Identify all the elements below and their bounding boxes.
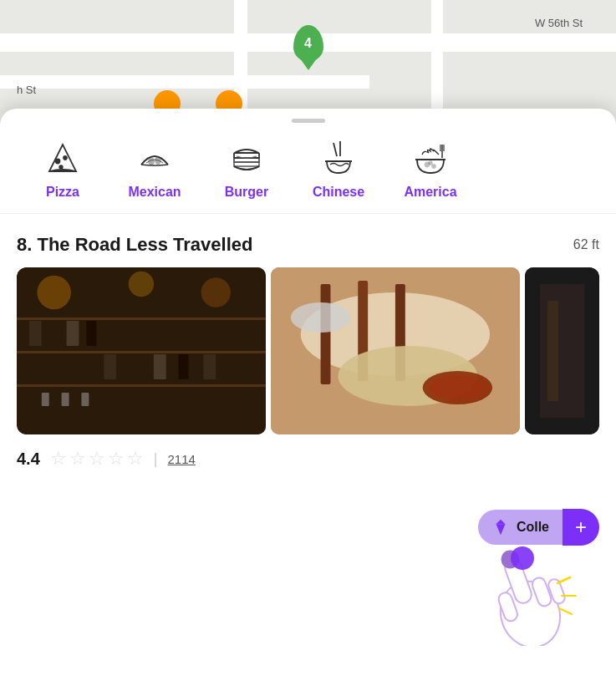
road-label-st: h St xyxy=(17,84,36,96)
svg-rect-46 xyxy=(547,301,557,401)
category-pizza[interactable]: Pizza xyxy=(17,136,109,200)
restaurant-distance: 62 ft xyxy=(573,237,599,252)
rating-score: 4.4 xyxy=(17,450,40,469)
category-burger-label: Burger xyxy=(225,185,268,200)
svg-rect-37 xyxy=(320,284,330,384)
svg-rect-28 xyxy=(203,354,216,379)
plus-button[interactable]: + xyxy=(563,509,599,546)
svg-rect-20 xyxy=(29,321,42,346)
svg-rect-18 xyxy=(17,351,266,353)
svg-point-2 xyxy=(59,165,63,169)
svg-point-42 xyxy=(430,376,485,399)
category-american-label: America xyxy=(404,185,456,200)
rating-separator: | xyxy=(154,450,158,468)
svg-rect-19 xyxy=(17,384,266,387)
category-row: Pizza Mexican xyxy=(0,123,616,206)
restaurant-card: 8. The Road Less Travelled 62 ft xyxy=(0,221,616,483)
pin-number: 4 xyxy=(304,36,312,51)
category-mexican-label: Mexican xyxy=(128,185,181,200)
svg-point-0 xyxy=(56,160,60,164)
svg-rect-34 xyxy=(81,393,89,406)
pizza-icon xyxy=(41,136,84,180)
collect-label: Colle xyxy=(517,520,549,535)
svg-point-43 xyxy=(291,302,350,333)
taco-icon xyxy=(133,136,176,180)
road-h2 xyxy=(0,75,369,89)
svg-point-12 xyxy=(429,161,432,165)
category-american[interactable]: America xyxy=(384,136,476,200)
map-pin-main[interactable]: 4 xyxy=(293,25,323,62)
burger-icon xyxy=(225,136,268,180)
svg-rect-27 xyxy=(179,354,189,379)
svg-point-1 xyxy=(64,156,67,160)
section-divider xyxy=(0,213,616,214)
svg-rect-25 xyxy=(129,354,139,379)
svg-rect-17 xyxy=(17,318,266,320)
svg-rect-26 xyxy=(154,354,166,379)
restaurant-photo-2[interactable] xyxy=(271,267,520,434)
svg-line-8 xyxy=(333,143,337,156)
rating-row: 4.4 ☆ ☆ ☆ ☆ ☆ | 2114 xyxy=(17,448,599,470)
svg-rect-7 xyxy=(234,162,259,166)
category-mexican[interactable]: Mexican xyxy=(109,136,201,200)
category-chinese-label: Chinese xyxy=(313,185,364,200)
collect-button[interactable]: Colle xyxy=(478,510,563,545)
svg-point-29 xyxy=(37,276,71,310)
star-3: ☆ xyxy=(89,448,105,470)
pin-body: 4 xyxy=(293,25,323,62)
star-2: ☆ xyxy=(69,448,86,470)
star-5: ☆ xyxy=(127,448,144,470)
action-area: Colle + xyxy=(478,509,599,546)
collect-diamond-icon xyxy=(491,518,510,536)
category-pizza-label: Pizza xyxy=(46,185,79,200)
svg-point-11 xyxy=(432,165,435,168)
svg-rect-5 xyxy=(234,153,259,158)
photo1-svg xyxy=(17,267,266,434)
svg-rect-32 xyxy=(42,393,49,406)
svg-point-30 xyxy=(129,272,154,297)
restaurant-title: 8. The Road Less Travelled xyxy=(17,234,252,256)
star-1: ☆ xyxy=(50,448,67,470)
review-count[interactable]: 2114 xyxy=(168,452,196,466)
category-chinese[interactable]: Chinese xyxy=(293,136,384,200)
salad-icon xyxy=(409,136,452,180)
svg-point-31 xyxy=(201,277,232,307)
svg-rect-24 xyxy=(104,354,116,379)
road-label-56th: W 56th St xyxy=(535,17,583,29)
star-4: ☆ xyxy=(108,448,125,470)
photo-strip[interactable] xyxy=(17,267,599,434)
svg-rect-33 xyxy=(62,393,69,406)
card-header: 8. The Road Less Travelled 62 ft xyxy=(17,234,599,256)
svg-rect-21 xyxy=(49,321,59,346)
svg-rect-45 xyxy=(540,284,585,418)
svg-rect-22 xyxy=(67,321,79,346)
bottom-sheet: Pizza Mexican xyxy=(0,109,616,696)
restaurant-photo-3[interactable] xyxy=(525,267,599,434)
stars: ☆ ☆ ☆ ☆ ☆ xyxy=(50,448,144,470)
svg-rect-23 xyxy=(86,321,96,346)
restaurant-photo-1[interactable] xyxy=(17,267,266,434)
noodles-icon xyxy=(317,136,360,180)
photo3-svg xyxy=(525,267,599,434)
photo2-svg xyxy=(271,267,520,434)
category-burger[interactable]: Burger xyxy=(201,136,293,200)
